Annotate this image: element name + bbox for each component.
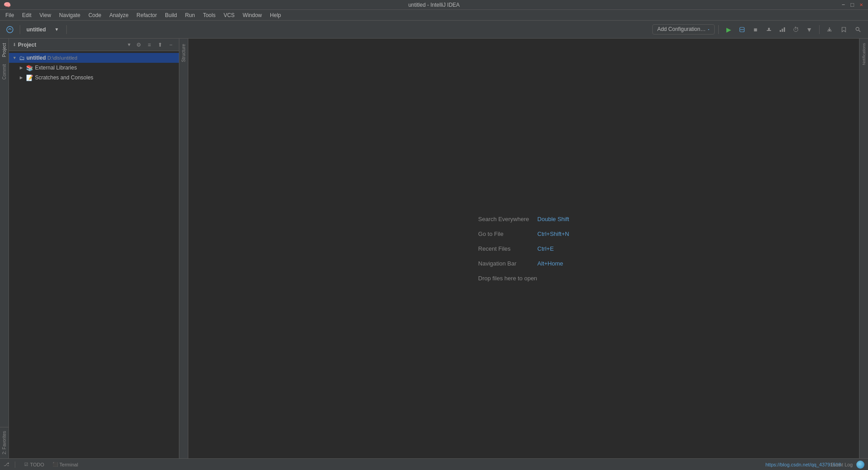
welcome-search-shortcut: Double Shift xyxy=(538,216,569,222)
separator-3 xyxy=(718,25,719,34)
toolbar: untitled ▼ Add Configuration… · ▶ ■ xyxy=(0,21,868,39)
separator-2 xyxy=(66,25,67,34)
title-bar: 🧠 untitled - IntelliJ IDEA − □ × xyxy=(0,0,868,10)
run-toolbar: ▶ ■ ⏱ ▼ xyxy=(722,23,816,36)
project-panel-title: Project xyxy=(18,42,125,48)
tree-item-untitled[interactable]: ▼ 🗂 untitled D:\dls\untitled xyxy=(9,53,179,63)
status-sep-1 xyxy=(15,461,15,468)
status-url[interactable]: https://blog.csdn.net/qq_43791618 xyxy=(765,462,841,467)
menu-refactor[interactable]: Refactor xyxy=(133,11,161,19)
menu-tools[interactable]: Tools xyxy=(200,11,219,19)
bottom-tabs: ☑ TODO ⬛ Terminal xyxy=(21,461,82,468)
menu-run[interactable]: Run xyxy=(182,11,199,19)
svg-rect-9 xyxy=(784,27,785,32)
add-config-dot: · xyxy=(707,26,710,32)
tree-arrow-untitled: ▼ xyxy=(13,56,17,60)
welcome-recent-shortcut: Ctrl+E xyxy=(538,245,554,252)
tree-label-untitled: untitled D:\dls\untitled xyxy=(26,55,77,61)
menu-window[interactable]: Window xyxy=(239,11,265,19)
tree-item-external-libraries[interactable]: ▶ 📚 External Libraries xyxy=(9,63,179,73)
project-panel: ⬇ Project ▼ ⚙ ≡ ⬆ − ▼ 🗂 untitled D:\dls\… xyxy=(9,39,179,458)
menu-help[interactable]: Help xyxy=(266,11,285,19)
separator-4 xyxy=(819,25,820,34)
more-run-button[interactable]: ▼ xyxy=(803,23,816,36)
menu-view[interactable]: View xyxy=(36,11,55,19)
welcome-search: Search Everywhere Double Shift xyxy=(478,216,569,222)
welcome-recent: Recent Files Ctrl+E xyxy=(478,245,554,252)
menu-build[interactable]: Build xyxy=(161,11,181,19)
tree-arrow-scratches: ▶ xyxy=(20,75,24,80)
intellij-icon-button[interactable] xyxy=(4,23,16,36)
tree-icon-ext-libs: 📚 xyxy=(26,65,33,71)
debug-button[interactable] xyxy=(736,23,748,36)
separator-1 xyxy=(20,25,20,34)
welcome-recent-label: Recent Files xyxy=(478,245,532,252)
sidebar-tab-notifications[interactable]: Notifications xyxy=(861,39,867,69)
menu-edit[interactable]: Edit xyxy=(18,11,35,19)
svg-point-2 xyxy=(741,29,742,30)
sidebar-tab-structure[interactable]: Structure xyxy=(180,40,187,66)
window-controls: − □ × xyxy=(840,2,864,8)
svg-rect-7 xyxy=(780,30,781,32)
welcome-content: Search Everywhere Double Shift Go to Fil… xyxy=(478,216,569,282)
minimize-button[interactable]: − xyxy=(840,2,846,8)
menu-file[interactable]: File xyxy=(2,11,17,19)
profiler-button[interactable]: ⏱ xyxy=(790,23,802,36)
project-name: untitled xyxy=(24,26,48,33)
run-button[interactable]: ▶ xyxy=(722,23,735,36)
app-icon: 🧠 xyxy=(4,1,11,8)
menu-navigate[interactable]: Navigate xyxy=(56,11,84,19)
close-button[interactable]: × xyxy=(858,2,864,8)
todo-label: TODO xyxy=(30,462,44,467)
menu-code[interactable]: Code xyxy=(85,11,105,19)
menu-vcs[interactable]: VCS xyxy=(220,11,239,19)
coverage-button[interactable] xyxy=(776,23,789,36)
tree-label-ext-libs: External Libraries xyxy=(35,65,77,71)
welcome-drop-text: Drop files here to open xyxy=(478,275,538,282)
sidebar-tab-favorites[interactable]: 2: Favorites xyxy=(1,429,8,456)
sidebar-tab-commit[interactable]: Commit xyxy=(1,61,8,83)
stop-button[interactable]: ■ xyxy=(749,23,762,36)
main-area: Project Commit ★ ⬇ Project ▼ ⚙ ≡ ⬆ − ▼ 🗂… xyxy=(0,39,868,458)
avatar-img xyxy=(856,461,864,469)
project-settings-button[interactable]: ⚙ xyxy=(134,40,143,49)
project-dropdown-button[interactable]: ▼ xyxy=(50,23,63,36)
welcome-navbar-label: Navigation Bar xyxy=(478,260,532,267)
project-layout-button[interactable]: ≡ xyxy=(145,40,154,49)
welcome-goto-shortcut: Ctrl+Shift+N xyxy=(538,231,569,237)
search-everywhere-button[interactable] xyxy=(852,23,864,36)
project-hide-button[interactable]: − xyxy=(166,40,175,49)
tree-item-scratches[interactable]: ▶ 📝 Scratches and Consoles xyxy=(9,73,179,83)
tree-label-scratches: Scratches and Consoles xyxy=(35,74,93,81)
welcome-search-label: Search Everywhere xyxy=(478,216,532,222)
project-collapse-button[interactable]: ⬆ xyxy=(156,40,165,49)
add-configuration-button[interactable]: Add Configuration… · xyxy=(652,24,715,34)
build-button[interactable] xyxy=(763,23,775,36)
menu-analyze[interactable]: Analyze xyxy=(106,11,132,19)
bookmark-button[interactable] xyxy=(838,23,850,36)
tree-arrow-ext-libs: ▶ xyxy=(20,65,24,70)
tab-terminal[interactable]: ⬛ Terminal xyxy=(49,461,82,468)
tab-todo[interactable]: ☑ TODO xyxy=(21,461,48,468)
project-panel-header: ⬇ Project ▼ ⚙ ≡ ⬆ − xyxy=(9,39,179,51)
svg-point-10 xyxy=(856,27,859,30)
welcome-drop: Drop files here to open xyxy=(478,275,538,282)
sidebar-tab-project[interactable]: Project xyxy=(1,39,8,61)
svg-line-11 xyxy=(859,30,861,32)
svg-rect-5 xyxy=(767,30,771,31)
welcome-goto: Go to File Ctrl+Shift+N xyxy=(478,231,569,237)
svg-point-3 xyxy=(742,29,742,30)
tree-icon-untitled: 🗂 xyxy=(19,55,25,61)
title-text: untitled - IntelliJ IDEA xyxy=(408,2,460,8)
add-config-label: Add Configuration… xyxy=(657,26,706,32)
avatar xyxy=(856,461,864,469)
git-icon[interactable]: ⎇ xyxy=(4,461,9,467)
tree-icon-scratches: 📝 xyxy=(26,74,33,81)
restore-button[interactable]: □ xyxy=(849,2,855,8)
editor-area: Search Everywhere Double Shift Go to Fil… xyxy=(188,39,859,458)
vcs-update-button[interactable] xyxy=(823,23,836,36)
menu-bar: File Edit View Navigate Code Analyze Ref… xyxy=(0,10,868,21)
welcome-goto-label: Go to File xyxy=(478,231,532,237)
favorites-panel: 2: Favorites xyxy=(0,427,9,458)
event-log-label[interactable]: Event Log xyxy=(830,462,853,467)
